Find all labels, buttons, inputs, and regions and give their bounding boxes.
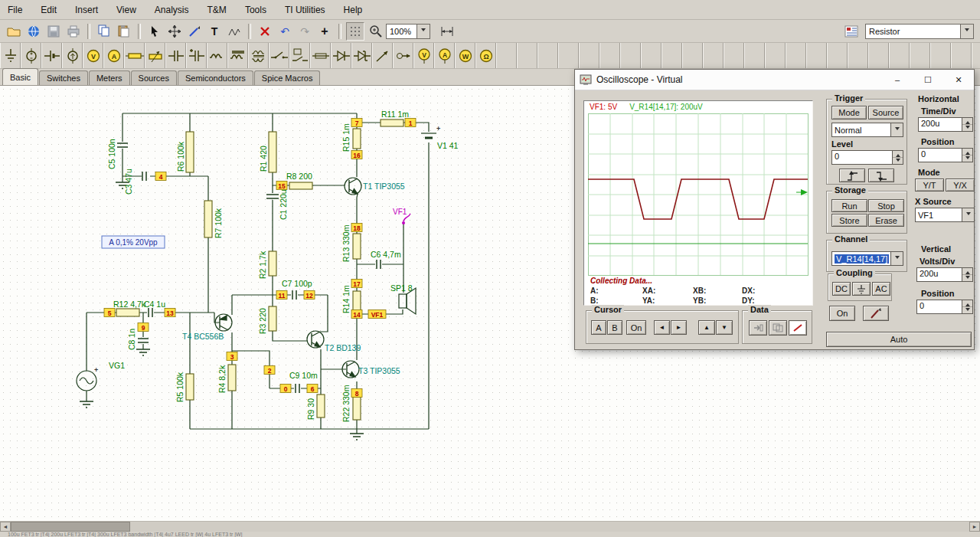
- voltsdiv-spinner[interactable]: 200u: [916, 267, 973, 282]
- data-copy-button[interactable]: [769, 320, 787, 336]
- component-ground-button[interactable]: [0, 43, 21, 68]
- coupling-dc-button[interactable]: DC: [832, 282, 851, 296]
- component-ohmmeter-button[interactable]: Ω: [475, 43, 496, 68]
- cursor-down-icon[interactable]: ▼: [716, 320, 733, 335]
- component-capacitor-button[interactable]: [165, 43, 186, 68]
- horizontal-scrollbar[interactable]: ◄ ►: [0, 521, 980, 532]
- component-list-button[interactable]: [842, 22, 861, 41]
- component-voltage-arrow-button[interactable]: [372, 43, 393, 68]
- component-ammeter-button[interactable]: A: [103, 43, 124, 68]
- web-button[interactable]: [24, 22, 43, 41]
- undo-button[interactable]: ↶: [276, 22, 294, 41]
- xsource-select[interactable]: VF1: [915, 208, 975, 222]
- trigger-source-button[interactable]: Source: [868, 106, 903, 120]
- run-button[interactable]: Run: [831, 199, 867, 212]
- timediv-spinner[interactable]: 200u: [918, 117, 973, 132]
- print-button[interactable]: [64, 22, 83, 41]
- copy-button[interactable]: [95, 22, 113, 41]
- h-position-spinner[interactable]: 0: [918, 148, 973, 162]
- component-wattmeter-button[interactable]: W: [455, 43, 475, 68]
- save-button[interactable]: [44, 22, 63, 41]
- trigger-level-up-icon[interactable]: [893, 151, 903, 158]
- cursor-right-icon[interactable]: ►: [671, 320, 687, 335]
- menu-edit[interactable]: Edit: [41, 5, 57, 15]
- cursor-on-button[interactable]: On: [626, 320, 646, 335]
- dimension-button[interactable]: [438, 22, 456, 41]
- wire-button[interactable]: [185, 22, 204, 41]
- component-voltage-source-button[interactable]: [21, 43, 41, 68]
- stop-button[interactable]: Stop: [868, 199, 904, 212]
- component-transformer-button[interactable]: [248, 43, 269, 68]
- component-battery-button[interactable]: [41, 43, 62, 68]
- oscilloscope-titlebar[interactable]: Oscilloscope - Virtual – ☐ ✕: [575, 70, 974, 90]
- annotation-box[interactable]: A 0,1% 20Vpp: [102, 236, 165, 248]
- component-current-pin-button[interactable]: A: [434, 43, 455, 68]
- voltsdiv-down-icon[interactable]: [962, 275, 972, 281]
- trigger-level-down-icon[interactable]: [893, 158, 903, 164]
- trigger-falling-edge-button[interactable]: [868, 169, 894, 182]
- component-switch-button[interactable]: [269, 43, 289, 68]
- select-button[interactable]: [145, 22, 164, 41]
- trigger-rising-edge-button[interactable]: [839, 169, 865, 182]
- zoom-dropdown-icon[interactable]: [416, 25, 430, 38]
- add-button[interactable]: +: [315, 22, 334, 41]
- cursor-b-button[interactable]: B: [607, 320, 622, 335]
- component-relay-button[interactable]: [289, 43, 310, 68]
- tab-basic[interactable]: Basic: [2, 68, 38, 85]
- minimize-icon[interactable]: –: [882, 70, 913, 90]
- erase-button[interactable]: Erase: [868, 214, 904, 227]
- cursor-a-button[interactable]: A: [591, 320, 606, 335]
- data-export-button[interactable]: [749, 320, 767, 336]
- menu-help[interactable]: Help: [344, 5, 363, 15]
- auto-button[interactable]: Auto: [826, 332, 972, 347]
- timediv-up-icon[interactable]: [962, 118, 972, 125]
- component-potentiometer-button[interactable]: [145, 43, 165, 68]
- open-button[interactable]: [5, 22, 23, 41]
- component-voltage-pin-button[interactable]: V: [413, 43, 434, 68]
- trigger-mode-dropdown-icon[interactable]: [890, 123, 903, 136]
- data-clear-button[interactable]: [789, 320, 807, 336]
- channel-on-button[interactable]: On: [829, 306, 855, 321]
- zoom-button[interactable]: [366, 22, 384, 41]
- component-resistor-button[interactable]: [124, 43, 145, 68]
- tab-sources[interactable]: Sources: [131, 70, 177, 85]
- probe-button[interactable]: [863, 306, 889, 321]
- menu-tm[interactable]: T&M: [207, 5, 227, 15]
- menu-tools[interactable]: Tools: [245, 5, 266, 15]
- component-select[interactable]: Resistor: [865, 24, 974, 39]
- v-position-up-icon[interactable]: [962, 300, 972, 307]
- shape-tool-button[interactable]: [225, 22, 243, 41]
- tab-semiconductors[interactable]: Semiconductors: [178, 70, 253, 85]
- tab-meters[interactable]: Meters: [89, 70, 130, 85]
- component-zener-diode-button[interactable]: [351, 43, 372, 68]
- channel-select[interactable]: V_R14[14,17]: [831, 251, 903, 266]
- scrollbar-thumb[interactable]: [11, 522, 130, 532]
- tab-spice-macros[interactable]: Spice Macros: [254, 70, 321, 85]
- menu-insert[interactable]: Insert: [75, 5, 98, 15]
- cursor-left-icon[interactable]: ◄: [654, 320, 670, 335]
- component-current-source-button[interactable]: [62, 43, 83, 68]
- component-current-arrow-button[interactable]: [393, 43, 413, 68]
- v-position-down-icon[interactable]: [962, 307, 972, 313]
- h-position-up-icon[interactable]: [962, 149, 972, 156]
- v-position-spinner[interactable]: 0: [916, 300, 973, 314]
- coupling-ground-button[interactable]: [852, 282, 871, 296]
- battery-V1[interactable]: [421, 133, 436, 138]
- voltsdiv-up-icon[interactable]: [962, 268, 972, 275]
- h-position-down-icon[interactable]: [962, 156, 972, 162]
- text-tool-button[interactable]: T: [205, 22, 224, 41]
- zoom-level-select[interactable]: 100%: [386, 24, 430, 39]
- component-voltmeter-button[interactable]: V: [83, 43, 103, 68]
- menu-ti-utilities[interactable]: TI Utilities: [285, 5, 325, 15]
- cursor-up-icon[interactable]: ▲: [698, 320, 715, 335]
- yx-mode-button[interactable]: Y/X: [946, 178, 975, 192]
- redo-button[interactable]: ↷: [296, 22, 314, 41]
- component-fuse-button[interactable]: [310, 43, 331, 68]
- pan-button[interactable]: [165, 22, 184, 41]
- component-select-dropdown-icon[interactable]: [960, 25, 973, 38]
- trigger-mode-button[interactable]: Mode: [831, 106, 867, 120]
- component-diode-button[interactable]: [331, 43, 351, 68]
- timediv-down-icon[interactable]: [962, 125, 972, 131]
- menu-view[interactable]: View: [116, 5, 136, 15]
- channel-dropdown-icon[interactable]: [890, 252, 903, 265]
